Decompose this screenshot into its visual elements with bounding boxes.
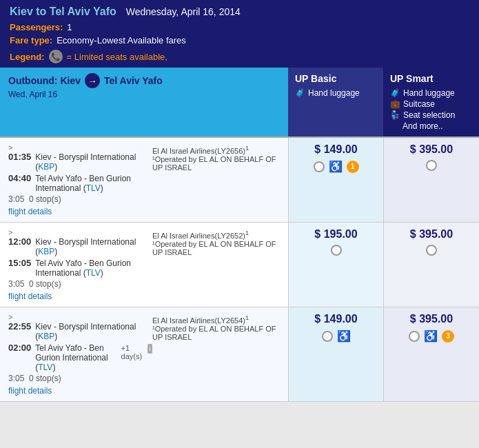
depart-line: 22:55 Kiev - Boryspil International (KBP… bbox=[8, 321, 152, 341]
arrive-airport: Tel Aviv Yafo - Ben Gurion International… bbox=[35, 174, 152, 193]
flight-info-cell: > 12:00 Kiev - Boryspil International (K… bbox=[0, 223, 288, 307]
next-day-label: +1 day(s) bbox=[121, 344, 143, 360]
price-smart-radio-row: ♿3 bbox=[391, 329, 472, 343]
flight-details-link[interactable]: flight details bbox=[8, 386, 152, 396]
route-arrow-icon: → bbox=[85, 73, 100, 88]
up-basic-title: UP Basic bbox=[295, 73, 376, 84]
up-smart-feature-suitcase: 💼 Suitcase bbox=[390, 99, 472, 109]
flight-info-cell: > 01:35 Kiev - Boryspil International (K… bbox=[0, 138, 288, 222]
radio-basic-1[interactable] bbox=[331, 245, 342, 256]
price-smart-radio-row bbox=[391, 160, 472, 171]
depart-line: 12:00 Kiev - Boryspil International (KBP… bbox=[8, 236, 152, 256]
flight-left: > 22:55 Kiev - Boryspil International (K… bbox=[8, 313, 152, 396]
airline-info: El Al Israel Airlines(LY2654)1 ¹Operated… bbox=[152, 313, 280, 396]
price-basic-amount: $ 149.00 bbox=[296, 143, 376, 156]
suitcase-icon: 💼 bbox=[390, 99, 400, 109]
info-badge[interactable]: i bbox=[147, 344, 152, 354]
up-smart-feature-seat: 💺 Seat selection bbox=[390, 110, 472, 120]
outbound-date-sub: Wed, April 16 bbox=[8, 90, 280, 99]
flight-row: > 01:35 Kiev - Boryspil International (K… bbox=[0, 138, 479, 223]
arrive-airport: Tel Aviv Yafo - Ben Gurion International… bbox=[35, 343, 116, 372]
wheelchair-smart-2: ♿ bbox=[424, 329, 438, 343]
duration-stops: 3:05 0 stop(s) bbox=[8, 279, 152, 289]
arrive-airport: Tel Aviv Yafo - Ben Gurion International… bbox=[35, 258, 152, 278]
price-smart-cell: $ 395.00 bbox=[383, 138, 479, 222]
airline-info: El Al Israel Airlines(LY2656)1 ¹Operated… bbox=[152, 143, 280, 216]
depart-code-link[interactable]: KBP bbox=[38, 247, 54, 256]
depart-airport: Kiev - Boryspil International (KBP) bbox=[35, 322, 152, 341]
badge-basic-0: 1 bbox=[347, 161, 359, 173]
price-basic-cell: $ 149.00 ♿ bbox=[288, 307, 383, 401]
fare-label: Fare type: bbox=[10, 35, 52, 45]
up-smart-header: UP Smart 🧳 Hand luggage 💼 Suitcase 💺 Sea… bbox=[383, 68, 479, 136]
depart-code-link[interactable]: KBP bbox=[38, 162, 54, 172]
price-smart-amount: $ 395.00 bbox=[391, 143, 472, 156]
flight-rows-container: > 01:35 Kiev - Boryspil International (K… bbox=[0, 138, 479, 402]
flight-meta: > 01:35 Kiev - Boryspil International (K… bbox=[8, 143, 280, 216]
up-smart-title: UP Smart bbox=[390, 73, 472, 84]
depart-airport: Kiev - Boryspil International (KBP) bbox=[35, 152, 152, 172]
seat-icon: 💺 bbox=[390, 110, 400, 120]
depart-time: 01:35 bbox=[8, 152, 31, 162]
price-basic-cell: $ 195.00 bbox=[288, 223, 383, 307]
radio-basic-0[interactable] bbox=[314, 161, 325, 172]
badge-smart-2: 3 bbox=[442, 330, 454, 343]
arrive-code-link[interactable]: TLV bbox=[38, 363, 52, 372]
depart-arrow: > bbox=[8, 228, 152, 236]
header-bar: Kiev to Tel Aviv Yafo Wednesday, April 1… bbox=[0, 0, 479, 68]
radio-smart-2[interactable] bbox=[409, 331, 420, 342]
radio-basic-2[interactable] bbox=[322, 331, 333, 342]
arrive-time: 02:00 bbox=[8, 343, 31, 353]
legend-text: = Limited seats available, bbox=[67, 52, 167, 62]
flight-meta: > 12:00 Kiev - Boryspil International (K… bbox=[8, 228, 280, 301]
price-smart-cell: $ 395.00 ♿3 bbox=[383, 307, 479, 401]
price-basic-radio-row: ♿1 bbox=[296, 160, 376, 173]
radio-smart-0[interactable] bbox=[426, 160, 437, 171]
up-basic-feature-luggage: 🧳 Hand luggage bbox=[295, 88, 376, 98]
depart-line: 01:35 Kiev - Boryspil International (KBP… bbox=[8, 152, 152, 172]
up-basic-header: UP Basic 🧳 Hand luggage bbox=[288, 68, 383, 136]
depart-arrow: > bbox=[8, 143, 152, 152]
duration-stops: 3:05 0 stop(s) bbox=[8, 194, 152, 204]
flight-details-link[interactable]: flight details bbox=[8, 292, 152, 301]
arrive-line: 02:00 Tel Aviv Yafo - Ben Gurion Interna… bbox=[8, 343, 152, 372]
price-basic-amount: $ 149.00 bbox=[296, 313, 376, 325]
up-smart-feature-more: And more.. bbox=[402, 121, 472, 131]
arrive-code-link[interactable]: TLV bbox=[86, 268, 101, 278]
passengers-label: Passengers: bbox=[10, 22, 63, 32]
price-basic-radio-row bbox=[296, 245, 376, 256]
airline-info: El Al Israel Airlines(LY2652)1 ¹Operated… bbox=[152, 228, 280, 301]
outbound-destination: Tel Aviv Yafo bbox=[104, 75, 163, 86]
radio-smart-1[interactable] bbox=[426, 245, 437, 256]
price-smart-cell: $ 395.00 bbox=[383, 223, 479, 307]
flight-details-link[interactable]: flight details bbox=[8, 207, 152, 216]
flight-row: > 12:00 Kiev - Boryspil International (K… bbox=[0, 223, 479, 307]
price-basic-cell: $ 149.00 ♿1 bbox=[288, 138, 383, 222]
price-smart-radio-row bbox=[391, 245, 472, 256]
duration-stops: 3:05 0 stop(s) bbox=[8, 374, 152, 383]
price-basic-amount: $ 195.00 bbox=[296, 228, 376, 241]
depart-time: 12:00 bbox=[8, 236, 31, 247]
luggage-icon: 🧳 bbox=[295, 88, 305, 98]
passengers-value: 1 bbox=[67, 22, 72, 32]
outbound-header: Outbound: Kiev → Tel Aviv Yafo Wed, Apri… bbox=[0, 68, 288, 136]
outbound-route: Outbound: Kiev → Tel Aviv Yafo bbox=[8, 73, 280, 88]
arrive-line: 15:05 Tel Aviv Yafo - Ben Gurion Interna… bbox=[8, 258, 152, 278]
flight-left: > 01:35 Kiev - Boryspil International (K… bbox=[8, 143, 152, 216]
price-smart-amount: $ 395.00 bbox=[391, 228, 472, 241]
phone-icon: 📞 bbox=[49, 50, 63, 63]
wheelchair-basic-2: ♿ bbox=[337, 329, 351, 343]
depart-code-link[interactable]: KBP bbox=[38, 332, 54, 341]
outbound-label: Outbound: Kiev bbox=[8, 75, 81, 86]
depart-arrow: > bbox=[8, 313, 152, 321]
flight-meta: > 22:55 Kiev - Boryspil International (K… bbox=[8, 313, 280, 396]
column-header-row: Outbound: Kiev → Tel Aviv Yafo Wed, Apri… bbox=[0, 68, 479, 138]
arrive-line: 04:40 Tel Aviv Yafo - Ben Gurion Interna… bbox=[8, 173, 152, 193]
depart-time: 22:55 bbox=[8, 321, 31, 332]
arrive-code-link[interactable]: TLV bbox=[86, 183, 101, 193]
flight-info-cell: > 22:55 Kiev - Boryspil International (K… bbox=[0, 307, 288, 401]
legend-label: Legend: bbox=[10, 52, 45, 62]
fare-value: Economy-Lowest Available fares bbox=[57, 35, 186, 45]
up-smart-feature-luggage: 🧳 Hand luggage bbox=[390, 88, 472, 98]
flight-left: > 12:00 Kiev - Boryspil International (K… bbox=[8, 228, 152, 301]
